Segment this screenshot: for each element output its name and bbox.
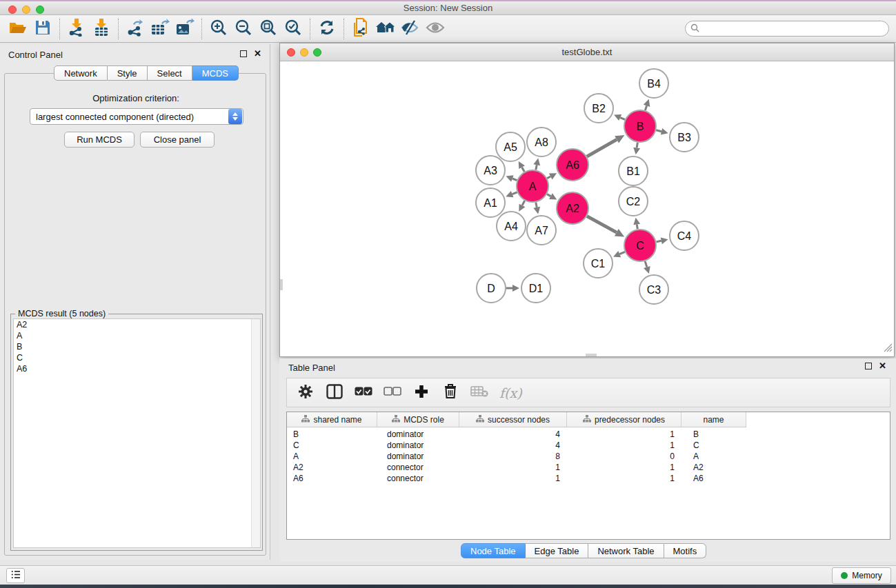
- zoom-out-button[interactable]: [231, 18, 256, 40]
- task-history-button[interactable]: [6, 568, 25, 583]
- graph-edge-C-C1[interactable]: [619, 252, 625, 254]
- memory-button[interactable]: Memory: [832, 567, 891, 584]
- refresh-view-button[interactable]: [315, 18, 339, 40]
- search-input[interactable]: [699, 24, 888, 34]
- graph-edge-A-A3[interactable]: [512, 179, 517, 181]
- zoom-window-button[interactable]: [36, 6, 44, 14]
- zoom-out-icon: [235, 19, 252, 39]
- export-image-button[interactable]: [172, 18, 197, 40]
- column-header-predecessor-nodes[interactable]: predecessor nodes: [567, 412, 681, 427]
- save-session-button[interactable]: [30, 18, 55, 40]
- graph-node-label: A: [529, 181, 537, 192]
- tab-motifs[interactable]: Motifs: [664, 543, 707, 558]
- search-field[interactable]: [685, 21, 889, 37]
- float-panel-icon[interactable]: [865, 363, 872, 369]
- tab-select[interactable]: Select: [148, 65, 192, 81]
- graph-edge-A2-C[interactable]: [587, 216, 617, 233]
- mcds-list-scrollbar[interactable]: [251, 319, 260, 547]
- select-all-button[interactable]: [355, 384, 372, 402]
- import-table-button[interactable]: [89, 18, 114, 40]
- network-graph[interactable]: AA1A2A3A4A5A6A7A8BB1B2B3B4CC1C2C3C4DD1: [280, 61, 894, 356]
- tab-network[interactable]: Network: [54, 65, 108, 81]
- close-panel-icon[interactable]: ✕: [254, 50, 261, 57]
- zoom-network-button[interactable]: [313, 48, 321, 57]
- home-button[interactable]: [373, 18, 398, 40]
- table-cell: 1: [567, 462, 681, 473]
- minimize-network-button[interactable]: [300, 48, 308, 57]
- tab-edge-table[interactable]: Edge Table: [526, 543, 589, 558]
- column-header-shared-name[interactable]: shared name: [287, 412, 377, 427]
- resize-handle-icon[interactable]: [884, 343, 893, 355]
- criterion-dropdown[interactable]: largest connected component (directed): [30, 108, 243, 125]
- table-row[interactable]: A6connector11A6: [287, 473, 890, 484]
- minimize-window-button[interactable]: [22, 6, 30, 14]
- close-network-button[interactable]: [287, 48, 295, 57]
- mcds-result-item[interactable]: A6: [14, 363, 260, 374]
- import-network-button[interactable]: [64, 18, 89, 40]
- delete-column-button[interactable]: [441, 384, 459, 402]
- graph-edge-C-C3[interactable]: [645, 261, 647, 267]
- window-controls[interactable]: [8, 6, 44, 14]
- mcds-result-item[interactable]: A2: [14, 319, 260, 330]
- graph-edge-C-C4[interactable]: [656, 241, 661, 242]
- mcds-result-list[interactable]: A2ABCA6: [13, 318, 261, 548]
- graph-edge-A-A7[interactable]: [536, 203, 537, 207]
- table-cell: A2: [287, 462, 377, 473]
- graph-edge-A-A8[interactable]: [536, 165, 537, 170]
- edge-arrowhead-icon: [633, 218, 640, 225]
- split-table-button[interactable]: [326, 384, 344, 402]
- graph-edge-A6-B[interactable]: [587, 139, 617, 156]
- graph-edge-A-A2[interactable]: [547, 194, 550, 196]
- network-window-controls[interactable]: [287, 48, 321, 57]
- mcds-result-item[interactable]: A: [14, 330, 260, 341]
- table-row[interactable]: Bdominator41B: [287, 429, 890, 440]
- table-settings-button[interactable]: [297, 384, 315, 402]
- run-mcds-button[interactable]: Run MCDS: [64, 132, 135, 148]
- table-panel: Table Panel ✕ f(x) shared nameMCDS roles…: [279, 358, 896, 562]
- destroy-table-button[interactable]: [470, 384, 488, 402]
- close-window-button[interactable]: [8, 6, 17, 14]
- table-row[interactable]: Adominator80A: [287, 451, 890, 462]
- graph-edge-B-B3[interactable]: [656, 130, 661, 132]
- close-panel-icon[interactable]: ✕: [879, 363, 886, 369]
- hide-details-button[interactable]: [398, 18, 423, 40]
- column-header-name[interactable]: name: [681, 412, 746, 427]
- mcds-result-item[interactable]: C: [14, 352, 260, 363]
- graph-edge-C-C2[interactable]: [637, 225, 637, 230]
- zoom-selected-button[interactable]: [281, 18, 306, 40]
- graph-edge-B-B4[interactable]: [645, 105, 646, 110]
- table-cell: 1: [459, 462, 567, 473]
- table-row[interactable]: A2connector11A2: [287, 462, 890, 473]
- add-column-button[interactable]: [412, 384, 430, 402]
- graph-edge-A-A6[interactable]: [547, 176, 550, 179]
- graph-edge-B-B2[interactable]: [620, 118, 625, 120]
- network-canvas[interactable]: AA1A2A3A4A5A6A7A8BB1B2B3B4CC1C2C3C4DD1: [280, 61, 894, 356]
- tab-network-table[interactable]: Network Table: [588, 543, 664, 558]
- tab-node-table[interactable]: Node Table: [461, 543, 526, 558]
- graph-edge-A-A1[interactable]: [512, 192, 517, 194]
- open-session-button[interactable]: [6, 18, 30, 40]
- table-row[interactable]: Cdominator41C: [287, 440, 890, 451]
- column-header-successor-nodes[interactable]: successor nodes: [459, 412, 567, 427]
- export-network-button[interactable]: [123, 18, 148, 40]
- column-header-MCDS-role[interactable]: MCDS role: [377, 412, 459, 427]
- float-panel-icon[interactable]: [240, 50, 247, 57]
- node-table[interactable]: shared nameMCDS rolesuccessor nodesprede…: [286, 412, 890, 540]
- zoom-fit-button[interactable]: [256, 18, 281, 40]
- graph-node-label: B1: [626, 165, 640, 177]
- tab-mcds[interactable]: MCDS: [192, 65, 239, 81]
- graph-edge-A-A4[interactable]: [522, 201, 525, 205]
- graph-edge-A-A5[interactable]: [522, 168, 525, 172]
- column-header-label: name: [703, 415, 724, 425]
- duplicate-network-button[interactable]: [348, 18, 373, 40]
- export-table-button[interactable]: [148, 18, 172, 40]
- tab-style[interactable]: Style: [108, 65, 148, 81]
- function-builder-button[interactable]: f(x): [499, 385, 522, 401]
- close-panel-button[interactable]: Close panel: [140, 132, 215, 148]
- show-details-button[interactable]: [423, 18, 448, 40]
- deselect-all-button[interactable]: [384, 384, 401, 402]
- zoom-in-button[interactable]: [206, 18, 231, 40]
- network-window-titlebar[interactable]: testGlobe.txt: [280, 43, 894, 61]
- mcds-result-item[interactable]: B: [14, 341, 260, 352]
- graph-edge-B-B1[interactable]: [637, 143, 637, 148]
